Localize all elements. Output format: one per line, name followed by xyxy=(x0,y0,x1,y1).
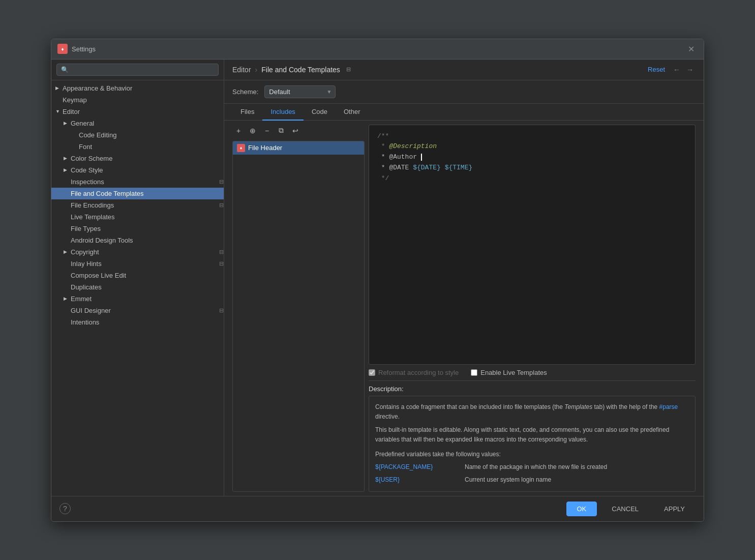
sidebar-item-label: GUI Designer xyxy=(71,307,111,314)
breadcrumb-parent: Editor xyxy=(232,66,251,74)
sidebar-item-file-encodings[interactable]: File Encodings ⊟ xyxy=(51,199,224,211)
sidebar-item-code-style[interactable]: ▶ Code Style xyxy=(51,164,224,176)
sidebar-item-label: General xyxy=(71,120,94,127)
right-panel: Editor › File and Code Templates ⊟ Reset… xyxy=(224,60,704,496)
options-bar: Reformat according to style Enable Live … xyxy=(369,365,696,380)
sidebar-item-label: File Types xyxy=(71,225,101,232)
right-pane: /** * @Description * @Author * @DATE ${D… xyxy=(369,125,696,492)
sidebar-item-duplicates[interactable]: Duplicates xyxy=(51,281,224,293)
inlay-hints-badge: ⊟ xyxy=(219,260,224,267)
sidebar-item-keymap[interactable]: Keymap xyxy=(51,94,224,106)
sidebar-item-label: Inspections xyxy=(71,178,104,186)
expand-icon: ▶ xyxy=(64,156,69,161)
var-desc-user: Current user system login name xyxy=(465,475,551,485)
sidebar-item-label: Inlay Hints xyxy=(71,260,102,268)
sidebar-item-label: Compose Live Edit xyxy=(71,272,126,279)
sidebar-item-inspections[interactable]: Inspections ⊟ xyxy=(51,176,224,188)
sidebar: ▶ Appearance & Behavior Keymap ▼ Editor … xyxy=(51,60,224,496)
templates-italic: Templates xyxy=(564,403,592,410)
help-button[interactable]: ? xyxy=(59,503,71,514)
sidebar-item-intentions[interactable]: Intentions xyxy=(51,316,224,328)
dialog-title: Settings xyxy=(72,45,685,53)
live-templates-checkbox[interactable] xyxy=(471,369,477,376)
expand-icon: ▶ xyxy=(64,121,69,126)
var-name-user: ${USER} xyxy=(375,475,457,485)
sidebar-item-label: Font xyxy=(79,143,92,151)
variable-row-1: ${PACKAGE_NAME} Name of the package in w… xyxy=(375,462,689,472)
expand-icon: ▶ xyxy=(64,249,69,254)
sidebar-item-label: Copyright xyxy=(71,248,99,256)
duplicate-button[interactable]: ⧉ xyxy=(275,125,287,137)
breadcrumb: Editor › File and Code Templates ⊟ xyxy=(232,66,351,74)
tab-includes[interactable]: Includes xyxy=(262,104,303,121)
reset-button[interactable]: Reset xyxy=(648,66,665,73)
sidebar-item-label: Intentions xyxy=(71,318,99,326)
sidebar-item-label: Live Templates xyxy=(71,213,114,221)
sidebar-item-android-design-tools[interactable]: Android Design Tools xyxy=(51,234,224,246)
sidebar-item-appearance[interactable]: ▶ Appearance & Behavior xyxy=(51,82,224,94)
sidebar-item-label: Code Style xyxy=(71,166,103,174)
file-encodings-badge: ⊟ xyxy=(219,202,224,209)
file-icon: ♦ xyxy=(237,144,245,152)
cancel-button[interactable]: CANCEL xyxy=(601,502,649,516)
tabs-bar: Files Includes Code Other xyxy=(224,104,704,121)
code-editor[interactable]: /** * @Description * @Author * @DATE ${D… xyxy=(369,125,696,365)
breadcrumb-separator: › xyxy=(255,66,258,74)
add-button[interactable]: + xyxy=(232,125,245,137)
main-content: ▶ Appearance & Behavior Keymap ▼ Editor … xyxy=(51,60,704,496)
ok-button[interactable]: OK xyxy=(566,502,597,516)
sidebar-item-gui-designer[interactable]: GUI Designer ⊟ xyxy=(51,305,224,316)
sidebar-item-label: File Encodings xyxy=(71,201,114,209)
var-name-package: ${PACKAGE_NAME} xyxy=(375,462,457,472)
breadcrumb-settings-icon[interactable]: ⊟ xyxy=(346,66,351,73)
sidebar-item-file-code-templates[interactable]: File and Code Templates xyxy=(51,188,224,199)
var-desc-package: Name of the package in which the new fil… xyxy=(465,462,607,472)
file-list: ♦ File Header xyxy=(232,141,365,492)
sidebar-item-live-templates[interactable]: Live Templates xyxy=(51,211,224,223)
settings-dialog: ♦ Settings ✕ ▶ Appearance & Behavior Key… xyxy=(51,39,704,522)
variable-row-2: ${USER} Current user system login name xyxy=(375,475,689,485)
predefined-label: Predefined variables take the following … xyxy=(375,450,689,459)
search-input[interactable] xyxy=(56,64,219,76)
nav-tree: ▶ Appearance & Behavior Keymap ▼ Editor … xyxy=(51,80,224,496)
list-item[interactable]: ♦ File Header xyxy=(233,141,364,155)
search-box xyxy=(51,60,224,80)
copy-button[interactable]: ⊕ xyxy=(247,125,259,137)
sidebar-item-editor[interactable]: ▼ Editor xyxy=(51,106,224,117)
parse-directive-link[interactable]: #parse xyxy=(659,403,678,410)
scheme-select[interactable]: Default xyxy=(264,85,336,98)
sidebar-item-copyright[interactable]: ▶ Copyright ⊟ xyxy=(51,246,224,258)
apply-button[interactable]: APPLY xyxy=(653,502,696,516)
sidebar-item-file-types[interactable]: File Types xyxy=(51,223,224,234)
sidebar-item-color-scheme[interactable]: ▶ Color Scheme xyxy=(51,153,224,164)
tab-code[interactable]: Code xyxy=(304,104,336,121)
expand-icon: ▶ xyxy=(64,167,69,172)
bottom-bar: ? OK CANCEL APPLY xyxy=(51,496,704,521)
tab-other[interactable]: Other xyxy=(336,104,369,121)
gui-designer-badge: ⊟ xyxy=(219,307,224,314)
left-pane: + ⊕ − ⧉ ↩ ♦ File Header xyxy=(232,125,365,492)
tab-files[interactable]: Files xyxy=(232,104,262,121)
sidebar-item-inlay-hints[interactable]: Inlay Hints ⊟ xyxy=(51,258,224,270)
close-button[interactable]: ✕ xyxy=(685,43,698,55)
sidebar-item-label: Appearance & Behavior xyxy=(63,84,132,92)
nav-arrows: ← → xyxy=(671,65,696,75)
sidebar-item-label: Emmet xyxy=(71,295,92,303)
sidebar-item-label: Android Design Tools xyxy=(71,237,133,244)
description-label: Description: xyxy=(369,385,696,393)
remove-button[interactable]: − xyxy=(261,125,273,137)
sidebar-item-label: Keymap xyxy=(63,96,87,104)
back-button[interactable]: ← xyxy=(671,65,682,75)
description-box: Contains a code fragment that can be inc… xyxy=(369,396,696,491)
sidebar-item-emmet[interactable]: ▶ Emmet xyxy=(51,293,224,305)
reformat-checkbox[interactable] xyxy=(369,369,375,376)
sidebar-item-compose-live-edit[interactable]: Compose Live Edit xyxy=(51,270,224,281)
scheme-bar: Scheme: Default xyxy=(224,80,704,104)
forward-button[interactable]: → xyxy=(684,65,696,75)
breadcrumb-current: File and Code Templates xyxy=(261,66,340,74)
expand-icon: ▶ xyxy=(55,85,61,91)
sidebar-item-general[interactable]: ▶ General xyxy=(51,117,224,129)
revert-button[interactable]: ↩ xyxy=(289,125,301,137)
sidebar-item-font[interactable]: Font xyxy=(51,141,224,153)
sidebar-item-code-editing[interactable]: Code Editing xyxy=(51,129,224,141)
